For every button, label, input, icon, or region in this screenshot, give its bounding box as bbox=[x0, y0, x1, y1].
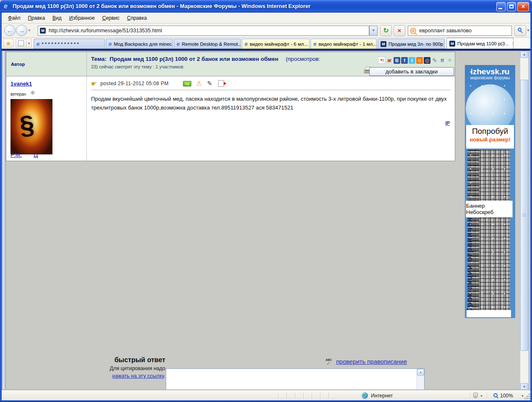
scrollbar-up-button[interactable]: ▲ bbox=[520, 51, 528, 58]
report-warning-icon[interactable]: ⚠ bbox=[196, 80, 202, 87]
menu-favorites[interactable]: Избранное bbox=[65, 14, 99, 22]
private-message-link[interactable]: P.M. bbox=[10, 151, 22, 158]
quote-reply-icon[interactable] bbox=[218, 80, 224, 87]
address-input[interactable] bbox=[48, 27, 369, 34]
search-button[interactable] bbox=[514, 25, 526, 36]
menu-edit[interactable]: Правка bbox=[24, 14, 49, 22]
zoom-icon[interactable] bbox=[493, 393, 498, 397]
search-box[interactable]: @ bbox=[408, 26, 512, 36]
resize-grip[interactable] bbox=[529, 398, 530, 399]
mailru-icon[interactable]: @ bbox=[424, 57, 430, 64]
zoom-level[interactable]: 100% bbox=[500, 393, 513, 399]
reply-scrollbar[interactable]: ▲ bbox=[417, 369, 424, 390]
izhevsk-favicon: M bbox=[449, 41, 455, 47]
status-divider bbox=[470, 393, 470, 399]
close-button[interactable]: × bbox=[517, 2, 529, 11]
icq-status-icon[interactable]: ?2 bbox=[183, 81, 191, 86]
tab-3[interactable]: e Remote Desktop & Remot... bbox=[174, 39, 241, 49]
author-rank-row: ветеран✱ bbox=[10, 89, 86, 97]
post-body-cell: ☛ posted 29-11-2012 05:08 PM ?2 ⚠ ✎ Прод… bbox=[87, 76, 455, 161]
add-bookmark-button[interactable]: добавить в закладки bbox=[369, 67, 454, 76]
status-divider bbox=[287, 393, 287, 399]
friendfeed-icon[interactable]: ff bbox=[439, 57, 446, 64]
ad-logo-title: izhevsk.ru bbox=[465, 67, 515, 76]
tab-close-icon[interactable]: × bbox=[512, 41, 514, 47]
menu-tools[interactable]: Сервис bbox=[99, 14, 123, 22]
quote-hint-link-line: нажать на эту ссылку. bbox=[96, 373, 165, 379]
odnoklassniki-icon[interactable]: ☺ bbox=[416, 57, 423, 64]
twitter-icon[interactable]: t bbox=[409, 57, 415, 64]
favorites-button[interactable]: ★ bbox=[3, 39, 14, 48]
topic-views-line: 23) сейчас смотрят эту тему : 1 участник… bbox=[91, 64, 359, 69]
stop-button[interactable]: × bbox=[394, 25, 405, 36]
tab-1[interactable]: e * * * * * * * * * * * * bbox=[34, 39, 105, 49]
scrollbar-down-button[interactable]: ▼ bbox=[520, 383, 528, 390]
menu-view[interactable]: Вид bbox=[49, 14, 65, 22]
menu-bar: Файл Правка Вид Избранное Сервис Справка bbox=[2, 13, 530, 23]
tab-7-active[interactable]: M Продам мед 1100 р(3... × bbox=[446, 38, 514, 49]
scroll-up-icon[interactable]: ▲ bbox=[417, 369, 424, 376]
author-username-link[interactable]: 1vanek1 bbox=[10, 81, 32, 87]
quick-tabs-icon bbox=[18, 41, 23, 46]
cite-link[interactable]: Ц bbox=[34, 151, 38, 158]
maximize-button[interactable] bbox=[507, 2, 516, 11]
tab-list-dropdown[interactable]: ▼ bbox=[26, 39, 32, 48]
phishing-filter-icon[interactable] bbox=[473, 393, 478, 398]
zoom-dropdown-icon[interactable]: ▼ bbox=[521, 394, 524, 397]
author-rank: ветеран bbox=[10, 92, 26, 97]
minimize-button[interactable] bbox=[496, 2, 506, 11]
ad-bottom-box bbox=[467, 310, 511, 317]
ip-link[interactable]: IP bbox=[446, 120, 450, 125]
ie-favicon: e bbox=[37, 41, 39, 47]
recent-pages-dropdown-icon[interactable]: ▼ bbox=[28, 29, 31, 32]
tab-label: * * * * * * * * * * * * bbox=[42, 42, 79, 47]
vertical-scrollbar[interactable]: ▲ ▼ bbox=[520, 51, 528, 390]
ie-logo-icon: e bbox=[4, 3, 8, 10]
quick-reply-input[interactable] bbox=[166, 369, 418, 390]
tab-6[interactable]: M Продам мед 3л- по 900р ... bbox=[378, 39, 445, 49]
address-dropdown-button[interactable]: ▼ bbox=[369, 26, 378, 36]
more-services-icon[interactable]: ✳ bbox=[446, 57, 453, 64]
window-frame-right bbox=[530, 13, 532, 402]
ad-banner-label: Баннер Небоскреб bbox=[466, 201, 513, 217]
scrollbar-thumb[interactable] bbox=[520, 80, 528, 351]
topic-title: Продам мед 1100 р(3л) 1000 от 2 банок ил… bbox=[110, 56, 278, 62]
topic-label: Тема: bbox=[91, 56, 107, 62]
post-timestamp: posted 29-11-2012 05:08 PM bbox=[100, 81, 168, 86]
ad-try-box: Попробуй новый размер! bbox=[466, 125, 514, 149]
spellcheck-link[interactable]: проверить правописание bbox=[336, 358, 407, 365]
tab-5[interactable]: e видео майнкрафт - 1 мл... bbox=[310, 39, 377, 49]
refresh-button[interactable]: ↻ bbox=[380, 25, 392, 36]
internet-zone-icon bbox=[362, 392, 368, 399]
post-message-text: Продам вкуснейший цветочный мед, пасека … bbox=[91, 94, 451, 112]
spellcheck-row: ABC ✓ проверить правописание bbox=[326, 358, 407, 366]
quote-hint-link[interactable]: нажать на эту ссылку bbox=[112, 373, 164, 379]
address-bar[interactable]: M bbox=[38, 26, 369, 36]
running-man-share-icon[interactable]: ж bbox=[386, 57, 393, 64]
status-bar: Интернет ▼ 100% ▼ bbox=[2, 390, 530, 400]
search-input[interactable] bbox=[418, 27, 511, 34]
ie-favicon: e bbox=[177, 41, 180, 47]
maximize-icon bbox=[509, 5, 514, 8]
back-button[interactable]: ← bbox=[4, 25, 16, 36]
vkontakte-icon[interactable]: В bbox=[394, 57, 400, 64]
menu-file[interactable]: Файл bbox=[4, 14, 24, 22]
quick-tabs-button[interactable] bbox=[16, 39, 26, 48]
edit-post-icon[interactable]: ✎ bbox=[207, 80, 212, 87]
quote-hint-line: Для цитирования надо bbox=[96, 365, 165, 371]
window-title: Продам мед 1100 р(3л) 1000 от 2 банок ил… bbox=[13, 3, 310, 9]
status-divider bbox=[487, 393, 487, 399]
phishing-dropdown-icon[interactable]: ▼ bbox=[480, 394, 483, 397]
window-frame-bottom bbox=[0, 400, 532, 402]
menu-help[interactable]: Справка bbox=[123, 14, 151, 22]
page-left-border bbox=[2, 51, 6, 390]
facebook-icon[interactable]: f bbox=[401, 57, 408, 64]
tab-4[interactable]: e видео майнкрафт - 6 мл... bbox=[242, 39, 310, 49]
security-zone-label: Интернет bbox=[371, 393, 393, 399]
ad-banner[interactable]: izhevsk.ru марковские форумы Попробуй но… bbox=[465, 65, 515, 318]
audio-share-icon[interactable]: ◄) bbox=[378, 57, 385, 64]
search-options-dropdown-icon[interactable]: ▼ bbox=[527, 29, 530, 32]
pencil-share-icon[interactable]: ✎ bbox=[431, 57, 438, 64]
forward-button[interactable]: → bbox=[16, 25, 27, 36]
tab-2[interactable]: e Мод Backpacks для minec... bbox=[106, 39, 173, 49]
